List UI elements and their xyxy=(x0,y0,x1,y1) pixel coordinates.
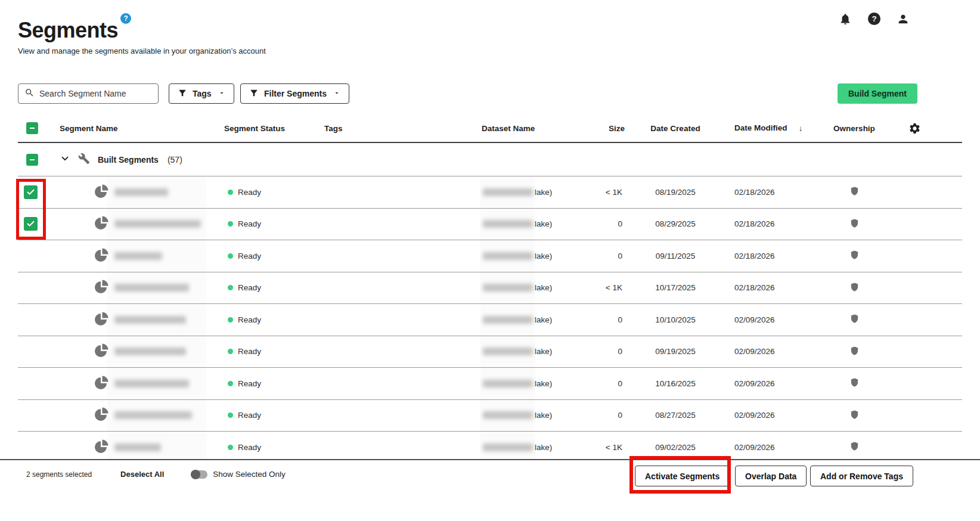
dataset-name-suffix: lake) xyxy=(535,315,552,324)
ownership-cell xyxy=(810,249,899,263)
group-label: Built Segments xyxy=(98,155,159,165)
status-label: Ready xyxy=(238,443,261,452)
search-box[interactable] xyxy=(18,83,159,104)
row-checkbox-cell xyxy=(18,185,60,199)
size-cell: 0 xyxy=(601,315,625,324)
ownership-cell xyxy=(810,281,899,295)
dataset-name-suffix: lake) xyxy=(535,411,552,420)
ownership-cell xyxy=(810,376,899,390)
pie-chart-icon xyxy=(94,184,108,200)
group-select-checkbox[interactable] xyxy=(26,154,38,166)
ownership-shield-icon xyxy=(849,312,860,327)
table-row[interactable]: Ready lake) 0 08/27/2025 02/09/2026 xyxy=(18,400,962,432)
table-body: Ready lake) < 1K 08/19/2025 02/18/2026 xyxy=(18,176,962,459)
wrench-icon xyxy=(78,153,90,166)
notifications-bell-icon[interactable] xyxy=(839,13,852,26)
redacted-dataset-name xyxy=(483,316,533,324)
segment-name-cell xyxy=(60,343,224,359)
select-all-cell xyxy=(18,122,60,134)
dataset-name-suffix: lake) xyxy=(535,283,552,292)
group-row-content: Built Segments (57) xyxy=(60,153,601,166)
overlap-data-button[interactable]: Overlap Data xyxy=(735,466,807,486)
segment-name-cell xyxy=(60,216,224,232)
group-row-built-segments[interactable]: Built Segments (57) xyxy=(18,143,962,176)
redacted-segment-name xyxy=(114,316,186,324)
segment-status-cell: Ready xyxy=(224,379,324,388)
group-checkbox-cell xyxy=(18,154,60,166)
status-ready-dot xyxy=(228,349,233,354)
date-created-cell: 10/17/2025 xyxy=(625,283,726,292)
chevron-down-icon[interactable] xyxy=(60,153,70,166)
status-label: Ready xyxy=(238,283,261,292)
date-modified-cell: 02/18/2026 xyxy=(726,252,792,260)
search-input[interactable] xyxy=(39,89,152,98)
pie-chart-icon xyxy=(94,376,108,392)
dataset-name-cell: lake) xyxy=(482,347,601,356)
status-label: Ready xyxy=(238,252,261,260)
dataset-name-suffix: lake) xyxy=(535,347,552,356)
date-modified-cell: 02/09/2026 xyxy=(726,411,792,420)
segment-status-cell: Ready xyxy=(224,443,324,452)
date-created-cell: 10/16/2025 xyxy=(625,379,726,388)
column-settings-gear-icon[interactable] xyxy=(899,122,962,135)
segment-name-cell xyxy=(60,407,224,423)
table-row[interactable]: Ready lake) 0 10/16/2025 02/09/2026 xyxy=(18,368,962,400)
row-checkbox-checked[interactable] xyxy=(24,217,38,231)
activate-segments-button[interactable]: Activate Segments xyxy=(635,466,730,486)
table-row[interactable]: Ready lake) 0 08/29/2025 02/18/2026 xyxy=(18,209,962,241)
table-row[interactable]: Ready lake) 0 09/11/2025 02/18/2026 xyxy=(18,240,962,272)
col-header-ownership: Ownership xyxy=(810,124,899,133)
segments-page: Segments ? View and manage the segments … xyxy=(0,0,980,521)
table-row[interactable]: Ready lake) < 1K 09/02/2025 02/09/2026 xyxy=(18,432,962,459)
redacted-dataset-name xyxy=(483,380,533,387)
redacted-segment-name xyxy=(114,444,161,451)
date-modified-cell: 02/09/2026 xyxy=(726,347,792,356)
account-person-icon[interactable] xyxy=(897,13,910,26)
status-ready-dot xyxy=(228,381,233,386)
toggle-knob xyxy=(191,470,200,479)
date-created-cell: 09/19/2025 xyxy=(625,347,726,356)
date-created-cell: 08/29/2025 xyxy=(625,219,726,228)
segment-name-cell xyxy=(60,248,224,264)
select-all-checkbox[interactable] xyxy=(26,122,38,134)
show-selected-only-toggle[interactable] xyxy=(191,470,207,479)
size-cell: 0 xyxy=(601,252,625,260)
filter-segments-dropdown-button[interactable]: Filter Segments xyxy=(240,83,349,104)
segment-status-cell: Ready xyxy=(224,283,324,292)
page-subtitle: View and manage the segments available i… xyxy=(18,46,266,55)
col-header-size: Size xyxy=(601,124,625,133)
group-count: (57) xyxy=(168,155,182,165)
ownership-cell xyxy=(810,408,899,423)
segment-name-cell xyxy=(60,439,224,455)
table-row[interactable]: Ready lake) 0 10/10/2025 02/09/2026 xyxy=(18,304,962,336)
segment-status-cell: Ready xyxy=(224,252,324,260)
status-label: Ready xyxy=(238,315,261,324)
table-row[interactable]: Ready lake) 0 09/19/2025 02/09/2026 xyxy=(18,336,962,368)
dataset-name-suffix: lake) xyxy=(535,379,552,388)
title-help-icon[interactable]: ? xyxy=(120,13,131,24)
dataset-name-suffix: lake) xyxy=(535,252,552,260)
dataset-name-cell: lake) xyxy=(482,315,601,324)
pie-chart-icon xyxy=(94,407,108,423)
ownership-shield-icon xyxy=(849,440,860,454)
redacted-dataset-name xyxy=(483,220,533,228)
segment-status-cell: Ready xyxy=(224,219,324,228)
table-row[interactable]: Ready lake) < 1K 08/19/2025 02/18/2026 xyxy=(18,176,962,209)
help-icon[interactable]: ? xyxy=(867,12,881,26)
dataset-name-cell: lake) xyxy=(482,252,601,260)
pie-chart-icon xyxy=(94,280,108,296)
sort-descending-icon[interactable]: ↓ xyxy=(792,124,810,133)
deselect-all-button[interactable]: Deselect All xyxy=(120,470,164,479)
redacted-dataset-name xyxy=(483,411,533,419)
redacted-dataset-name xyxy=(483,444,533,451)
row-checkbox-checked[interactable] xyxy=(24,185,38,199)
status-label: Ready xyxy=(238,188,261,197)
build-segment-button[interactable]: Build Segment xyxy=(838,83,917,104)
tags-dropdown-button[interactable]: Tags xyxy=(169,83,234,104)
segment-status-cell: Ready xyxy=(224,411,324,420)
table-row[interactable]: Ready lake) < 1K 10/17/2025 02/18/2026 xyxy=(18,272,962,305)
page-title: Segments xyxy=(18,18,118,43)
size-cell: < 1K xyxy=(601,283,625,292)
add-or-remove-tags-button[interactable]: Add or Remove Tags xyxy=(810,466,913,486)
col-header-date-modified: Date Modified xyxy=(726,123,792,133)
